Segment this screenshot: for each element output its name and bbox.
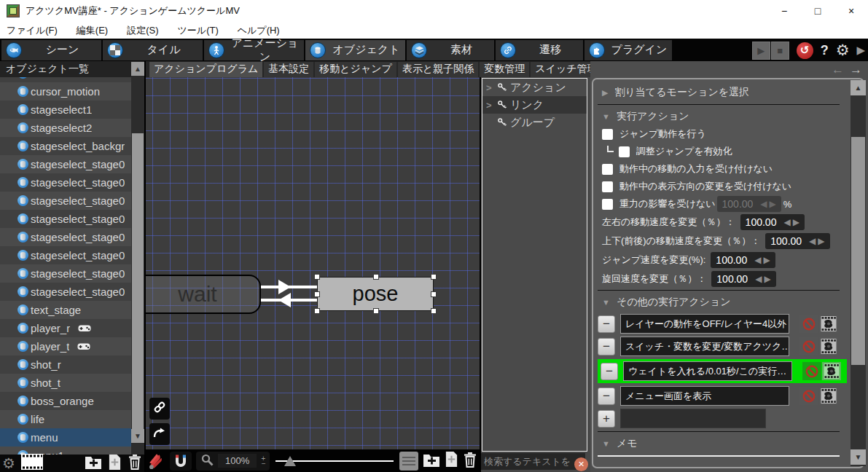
spinner-left-icon[interactable]: ◀ bbox=[809, 236, 816, 246]
clear-search-icon[interactable]: ✕ bbox=[574, 457, 588, 471]
zoom-level[interactable]: 100% bbox=[218, 454, 257, 468]
checkbox[interactable] bbox=[602, 199, 613, 210]
add-action-button[interactable]: + bbox=[598, 410, 615, 428]
selection-handle[interactable] bbox=[314, 308, 320, 314]
list-item[interactable]: stageselect_stage0 bbox=[0, 264, 131, 283]
pan-tool-icon[interactable] bbox=[148, 452, 165, 471]
film-icon[interactable] bbox=[822, 362, 841, 380]
node-pose-selected[interactable]: pose bbox=[317, 277, 434, 311]
tab-move-jump[interactable]: 移動とジャンプ bbox=[315, 62, 396, 77]
back-arrow-icon[interactable]: ← bbox=[832, 63, 844, 77]
palette-item-group[interactable]: グループ bbox=[482, 114, 587, 131]
spinner-right-icon[interactable]: ▶ bbox=[764, 274, 770, 284]
film-icon[interactable] bbox=[819, 315, 838, 333]
tab-variable-management[interactable]: 変数管理 bbox=[480, 62, 529, 77]
list-item[interactable]: text_stage bbox=[0, 301, 131, 319]
checkbox[interactable] bbox=[602, 181, 613, 192]
list-item[interactable]: stageselect2 bbox=[0, 119, 131, 137]
link-tool-button[interactable] bbox=[149, 398, 170, 420]
section-assign-motion[interactable]: ▶ 割り当てるモーションを選択 bbox=[598, 82, 840, 103]
list-item[interactable]: player_r bbox=[0, 319, 131, 337]
gear-icon[interactable]: ⚙ bbox=[2, 455, 15, 472]
disable-icon[interactable] bbox=[799, 315, 818, 333]
film-strip-icon[interactable] bbox=[21, 454, 43, 472]
list-item[interactable]: title bbox=[0, 77, 131, 82]
disable-icon[interactable] bbox=[799, 387, 818, 405]
tab-material[interactable]: 素材 bbox=[407, 40, 494, 60]
collapsed-triangle-icon[interactable]: ▶ bbox=[602, 88, 608, 98]
menu-settings[interactable]: 設定(S) bbox=[127, 24, 158, 37]
link-arrow-right[interactable] bbox=[261, 280, 318, 294]
tab-display-parent[interactable]: 表示と親子関係 bbox=[398, 62, 478, 77]
list-item[interactable]: shot_r bbox=[0, 355, 131, 374]
snap-magnet-icon[interactable] bbox=[170, 452, 192, 471]
remove-action-button[interactable]: − bbox=[598, 315, 615, 333]
list-item[interactable]: stageselect_stage0 bbox=[0, 246, 131, 264]
tab-tile[interactable]: タイル bbox=[103, 40, 203, 60]
tab-animation[interactable]: アニメーション bbox=[204, 40, 304, 60]
zoom-out-icon[interactable]: − bbox=[261, 461, 265, 466]
spinner-right-icon[interactable]: ▶ bbox=[793, 217, 799, 227]
checkbox[interactable] bbox=[619, 146, 630, 157]
trash-icon[interactable] bbox=[463, 452, 477, 471]
menu-edit[interactable]: 編集(E) bbox=[77, 24, 108, 37]
palette-item-link-selected[interactable]: > リンク bbox=[482, 96, 587, 114]
maximize-button[interactable]: □ bbox=[801, 0, 834, 22]
palette-item-action[interactable]: > アクション bbox=[482, 79, 587, 96]
scrollbar-thumb[interactable] bbox=[132, 133, 144, 442]
selection-handle[interactable] bbox=[431, 308, 437, 314]
film-icon[interactable] bbox=[819, 337, 838, 355]
tab-basic-settings[interactable]: 基本設定 bbox=[264, 62, 313, 77]
spinner-left-icon[interactable]: ◀ bbox=[783, 217, 790, 227]
selection-handle[interactable] bbox=[314, 291, 320, 297]
action-item-selected[interactable]: ウェイトを入れる/0.01秒/この実行… bbox=[623, 361, 792, 381]
tab-plugin[interactable]: プラグイン bbox=[584, 40, 672, 60]
disable-icon[interactable] bbox=[802, 362, 821, 380]
list-item-selected[interactable]: menu bbox=[0, 428, 131, 447]
selection-handle[interactable] bbox=[431, 291, 437, 297]
section-exec-action[interactable]: ▼ 実行アクション bbox=[598, 108, 840, 125]
redo-arrow-button[interactable] bbox=[149, 423, 170, 445]
scroll-down-icon[interactable]: ▼ bbox=[131, 429, 144, 443]
list-item[interactable]: stageselect_stage0 bbox=[0, 173, 131, 192]
expanded-triangle-icon[interactable]: ▼ bbox=[602, 439, 610, 448]
spinner-right-icon[interactable]: ▶ bbox=[770, 199, 776, 209]
zoom-slider[interactable] bbox=[274, 452, 395, 471]
menu-file[interactable]: ファイル(F) bbox=[7, 24, 58, 37]
action-item[interactable]: メニュー画面を表示 bbox=[620, 386, 789, 406]
disable-icon[interactable] bbox=[799, 337, 818, 355]
list-item[interactable]: life bbox=[0, 410, 131, 428]
list-item[interactable]: stageselect_stage0 bbox=[0, 228, 131, 246]
jump-speed-spinner[interactable]: 100.00◀▶ bbox=[711, 252, 775, 268]
speed-lr-spinner[interactable]: 100.00◀▶ bbox=[740, 214, 805, 230]
spinner-left-icon[interactable]: ◀ bbox=[760, 199, 767, 209]
add-page-icon[interactable] bbox=[445, 451, 458, 471]
zoom-stepper[interactable]: +− bbox=[261, 456, 265, 466]
list-item[interactable]: stageselect_stage0 bbox=[0, 192, 131, 210]
action-program-canvas[interactable]: wait pose 100% +− bbox=[146, 77, 480, 472]
spinner-right-icon[interactable]: ▶ bbox=[763, 255, 770, 265]
list-item[interactable]: boss_orange bbox=[0, 392, 131, 410]
link-arrow-left[interactable] bbox=[261, 293, 318, 307]
selection-handle[interactable] bbox=[314, 274, 320, 280]
play-button[interactable]: ▶ bbox=[752, 42, 770, 60]
list-view-button[interactable] bbox=[399, 452, 418, 471]
magnifier-icon[interactable] bbox=[200, 453, 214, 469]
spinner-left-icon[interactable]: ◀ bbox=[755, 274, 762, 284]
node-wait[interactable]: wait bbox=[146, 275, 261, 314]
tab-transition[interactable]: 遷移 bbox=[496, 40, 583, 60]
remove-action-button[interactable]: − bbox=[601, 363, 618, 380]
remove-action-button[interactable]: − bbox=[598, 388, 615, 405]
list-item[interactable]: stageselect_stage0 bbox=[0, 210, 131, 228]
film-icon[interactable] bbox=[819, 387, 838, 405]
remove-action-button[interactable]: − bbox=[598, 338, 615, 355]
list-item[interactable]: player_t bbox=[0, 337, 131, 355]
speed-ud-spinner[interactable]: 100.00◀▶ bbox=[765, 233, 829, 249]
section-other-actions[interactable]: ▼ その他の実行アクション bbox=[598, 294, 840, 311]
add-folder-icon[interactable] bbox=[85, 454, 102, 472]
chevron-right-icon[interactable]: > bbox=[486, 82, 493, 93]
settings-gear-icon[interactable]: ⚙ bbox=[836, 42, 850, 59]
forward-arrow-icon[interactable]: → bbox=[850, 63, 862, 77]
expanded-triangle-icon[interactable]: ▼ bbox=[602, 298, 610, 307]
selection-handle[interactable] bbox=[373, 308, 379, 314]
